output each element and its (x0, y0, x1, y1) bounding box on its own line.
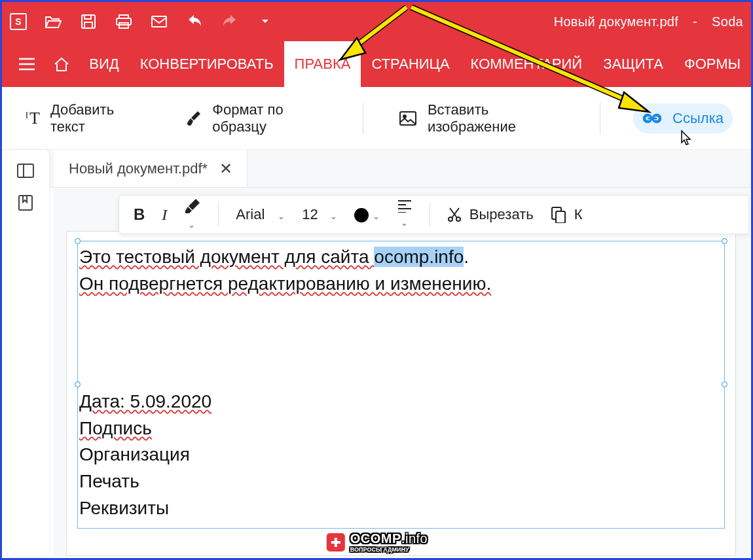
copy-label: К (574, 206, 583, 223)
open-icon[interactable] (44, 12, 62, 31)
panels-icon[interactable] (16, 163, 35, 179)
svg-rect-14 (18, 164, 33, 177)
doc-line1a: Это тестовый документ для сайта (79, 247, 374, 267)
brush-icon (186, 110, 202, 127)
redo-icon[interactable] (221, 12, 239, 31)
ribbon-separator (600, 103, 600, 134)
tab-label: Новый документ.pdf* (69, 160, 208, 177)
menu-comment[interactable]: КОММЕНТАРИЙ (460, 41, 593, 87)
align-button[interactable]: ⌄ (397, 200, 413, 230)
menu-vid[interactable]: ВИД (79, 41, 129, 87)
doc-line2: Он подвергнется редактированию и изменен… (79, 273, 491, 294)
svg-rect-16 (19, 196, 32, 210)
save-icon[interactable] (79, 12, 98, 31)
page: Это тестовый документ для сайта ocomp.in… (66, 231, 736, 556)
doc-line1c: . (464, 247, 469, 267)
watermark-cross-icon (325, 532, 346, 553)
italic-button[interactable]: I (162, 206, 167, 224)
doc-stamp: Печать (79, 471, 139, 491)
mail-icon[interactable] (150, 12, 168, 31)
format-separator (218, 203, 219, 226)
doc-organization: Организация (79, 444, 190, 464)
doc-paragraph-1[interactable]: Это тестовый документ для сайта ocomp.in… (79, 244, 723, 297)
print-icon[interactable] (115, 12, 133, 31)
quick-access-toolbar: S Новый документ.pdf - Soda (2, 2, 751, 41)
cut-button[interactable]: Вырезать (447, 206, 534, 223)
menu-protect[interactable]: ЗАЩИТА (593, 41, 674, 87)
svg-rect-20 (556, 211, 565, 223)
watermark-tld: .info (401, 531, 428, 546)
font-size-value: 12 (302, 206, 318, 222)
watermark-subtitle: ВОПРОСЫ АДМИНУ (350, 546, 428, 553)
font-family-selector[interactable]: Arial⌄ (236, 206, 285, 223)
menu-edit[interactable]: ПРАВКА (284, 41, 361, 87)
ribbon-separator (363, 103, 363, 134)
text-format-toolbar: B I ⌄ Arial⌄ 12⌄ ⌄ ⌄ Вырезать К (119, 195, 749, 234)
link-label: Ссылка (672, 110, 724, 127)
link-icon (642, 113, 662, 124)
doc-requisites: Реквизиты (79, 498, 169, 518)
font-family-value: Arial (236, 206, 265, 222)
insert-image-button[interactable]: Вставить изображение (390, 95, 574, 142)
svg-rect-2 (84, 22, 92, 28)
hamburger-icon[interactable] (10, 41, 45, 87)
bookmark-icon[interactable] (18, 194, 33, 211)
svg-point-8 (403, 115, 406, 118)
home-icon[interactable] (45, 41, 79, 87)
format-painter-label: Формат по образцу (212, 101, 327, 135)
document-tab[interactable]: Новый документ.pdf* ✕ (54, 150, 248, 187)
add-text-button[interactable]: IT Добавить текст (20, 95, 151, 142)
cursor-icon (680, 130, 693, 147)
format-painter-button[interactable]: Формат по образцу (177, 95, 337, 142)
document-tabs: Новый документ.pdf* ✕ (2, 150, 751, 188)
link-button[interactable]: Ссылка (633, 103, 733, 133)
text-edit-frame[interactable]: Это тестовый документ для сайта ocomp.in… (77, 241, 725, 529)
title-separator: - (693, 14, 697, 29)
scissors-icon (447, 207, 462, 222)
main-menu-bar: ВИД КОНВЕРТИРОВАТЬ ПРАВКА СТРАНИЦА КОММЕ… (2, 41, 751, 87)
cut-label: Вырезать (469, 206, 534, 223)
highlighter-button[interactable]: ⌄ (184, 198, 201, 232)
document-title: Новый документ.pdf (554, 14, 678, 29)
format-separator (430, 203, 430, 226)
watermark: OCOMP.info ВОПРОСЫ АДМИНУ (325, 531, 428, 553)
doc-line1-selection: ocomp.info (374, 247, 464, 267)
insert-image-label: Вставить изображение (428, 101, 564, 135)
image-icon (399, 111, 417, 126)
edit-ribbon: IT Добавить текст Формат по образцу Вста… (2, 87, 751, 150)
left-rail (2, 150, 49, 556)
font-size-selector[interactable]: 12⌄ (302, 206, 337, 223)
app-logo-icon[interactable]: S (10, 13, 27, 30)
add-text-label: Добавить текст (50, 101, 141, 135)
document-viewport: Это тестовый документ для сайта ocomp.in… (53, 188, 749, 556)
menu-forms[interactable]: ФОРМЫ (674, 41, 751, 87)
undo-icon[interactable] (185, 12, 204, 31)
svg-rect-6 (152, 16, 166, 27)
copy-button[interactable]: К (551, 206, 583, 223)
doc-paragraph-2[interactable]: Дата: 5.09.2020 Подпись Организация Печа… (79, 389, 723, 521)
svg-rect-22 (331, 541, 340, 544)
menu-page[interactable]: СТРАНИЦА (361, 41, 460, 87)
font-color-button[interactable]: ⌄ (354, 206, 380, 223)
svg-rect-1 (84, 15, 91, 19)
doc-signature: Подпись (79, 418, 152, 438)
menu-convert[interactable]: КОНВЕРТИРОВАТЬ (130, 41, 284, 87)
qa-dropdown-icon[interactable] (256, 12, 274, 31)
watermark-name: OCOMP (350, 531, 401, 546)
close-icon[interactable]: ✕ (219, 160, 232, 178)
text-cursor-icon: IT (29, 109, 40, 128)
bold-button[interactable]: B (134, 205, 145, 224)
doc-date: Дата: 5.09.2020 (79, 391, 211, 411)
app-brand: Soda (712, 14, 743, 29)
copy-icon (551, 206, 566, 223)
